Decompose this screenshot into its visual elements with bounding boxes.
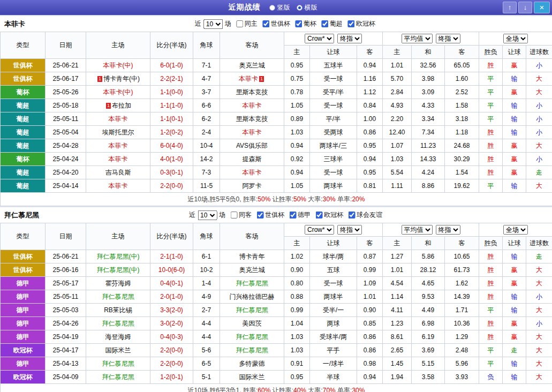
away-team-cell[interactable]: 拜仁慕尼黑	[220, 277, 284, 290]
away-team-cell[interactable]: 提森斯	[220, 153, 284, 166]
corners: 4-4	[193, 330, 220, 344]
home-team-cell[interactable]: 拜仁慕尼黑(中)	[86, 263, 150, 277]
competition-filter[interactable]: 世俱杯	[256, 210, 284, 220]
away-team-cell[interactable]: 拜仁慕尼黑	[220, 304, 284, 317]
home-team-name: 本菲卡	[109, 115, 128, 123]
competition-filter-checkbox[interactable]	[256, 212, 263, 218]
odds-source-select[interactable]: Crow*	[305, 225, 334, 235]
home-team-cell[interactable]: 海登海姆	[86, 330, 150, 344]
away-team-cell[interactable]: 奥克兰城	[220, 59, 284, 72]
odds-source-select[interactable]: Crow*	[305, 34, 334, 43]
away-team-cell[interactable]: 本菲卡	[220, 166, 284, 179]
home-team-cell[interactable]: 本菲卡(中)	[86, 59, 150, 72]
competition-filter[interactable]: 球会友谊	[348, 210, 382, 220]
home-team-cell[interactable]: 本菲卡	[86, 153, 150, 166]
competition-filter-checkbox[interactable]	[315, 212, 322, 218]
odds-handicap: 五球半	[310, 59, 357, 72]
home-team-cell[interactable]: RB莱比锡	[86, 304, 150, 317]
competition-badge: 世俱杯	[1, 263, 46, 277]
result-handicap: 赢	[503, 166, 526, 179]
home-team-cell[interactable]: 1布拉加	[86, 99, 150, 112]
home-team-cell[interactable]: 埃斯托里尔	[86, 126, 150, 139]
home-team-cell[interactable]: 吉马良斯	[86, 166, 150, 179]
same-venue-filter[interactable]: 同客	[230, 210, 252, 220]
home-team-cell[interactable]: 本菲卡(中)	[86, 86, 150, 99]
competition-filter[interactable]: 葡杯	[295, 19, 316, 28]
competition-filter-checkbox[interactable]	[347, 20, 354, 27]
home-team-cell[interactable]: 拜仁慕尼黑	[86, 290, 150, 304]
move-down-button[interactable]: ↓	[518, 2, 532, 13]
home-team-cell[interactable]: 国际米兰	[86, 344, 150, 357]
same-venue-filter-checkbox[interactable]	[236, 20, 243, 27]
away-team-cell[interactable]: 多特蒙德	[220, 357, 284, 371]
home-team-cell[interactable]: 霍芬海姆	[86, 277, 150, 290]
col-header-corner: 角球	[193, 32, 220, 59]
scope-select[interactable]: 全场	[503, 34, 528, 43]
away-team-cell[interactable]: 奥克兰城	[220, 263, 284, 277]
away-team-cell[interactable]: 拜仁慕尼黑	[220, 344, 284, 357]
competition-filter[interactable]: 世俱杯	[262, 19, 290, 28]
score: 2-2(2-1)	[150, 72, 193, 86]
match-count-select[interactable]: 10	[198, 210, 217, 220]
home-team-cell[interactable]: 本菲卡	[86, 179, 150, 193]
home-team-cell[interactable]: 本菲卡	[86, 139, 150, 153]
score: 0-3(0-1)	[150, 166, 193, 179]
home-team-cell[interactable]: 1博卡青年(中)	[86, 72, 150, 86]
competition-filter-checkbox[interactable]	[321, 20, 328, 27]
avg-draw: 28.12	[412, 263, 445, 277]
same-venue-filter[interactable]: 同主	[236, 19, 258, 28]
home-team-cell[interactable]: 本菲卡	[86, 112, 150, 126]
away-team-cell[interactable]: 阿罗卡	[220, 179, 284, 193]
layout-radio-vertical[interactable]: 竖版	[269, 3, 290, 12]
scope-select[interactable]: 全场	[503, 225, 528, 235]
away-team-name: 本菲卡	[243, 129, 262, 136]
avg-final-select[interactable]: 终指	[436, 34, 460, 43]
move-up-button[interactable]: ↑	[503, 2, 517, 13]
result-goals: 大	[526, 263, 552, 277]
competition-filter[interactable]: 欧冠杯	[315, 210, 343, 220]
avg-source-select[interactable]: 平均值	[402, 225, 433, 235]
odds-handicap: 受两球	[310, 126, 357, 139]
competition-filter-checkbox[interactable]	[348, 212, 355, 218]
layout-radio-horizontal[interactable]: 横版	[297, 3, 317, 12]
competition-filter[interactable]: 葡超	[321, 19, 343, 28]
away-team-cell[interactable]: 拜仁慕尼黑	[220, 330, 284, 344]
avg-away: 65.05	[445, 59, 479, 72]
result-goals: 小	[526, 126, 552, 139]
away-team-cell[interactable]: 门兴格拉德巴赫	[220, 290, 284, 304]
competition-filter[interactable]: 德甲	[289, 210, 311, 220]
home-team-cell[interactable]: 拜仁慕尼黑	[86, 357, 150, 371]
match-count-select[interactable]: 10	[203, 19, 223, 29]
away-team-cell[interactable]: 博卡青年	[220, 250, 284, 263]
match-row: 葡超25-05-04埃斯托里尔1-2(0-2)2-4本菲卡1.03受两球0.86…	[1, 126, 552, 139]
away-team-cell[interactable]: AVS俱乐部	[220, 139, 284, 153]
close-button[interactable]: ×	[534, 2, 550, 13]
competition-filter[interactable]: 欧冠杯	[347, 19, 375, 28]
away-team-cell[interactable]: 里斯本竞技	[220, 112, 284, 126]
away-team-cell[interactable]: 里斯本竞技	[220, 86, 284, 99]
odds-home: 1.03	[284, 344, 310, 357]
away-team-cell[interactable]: 美因茨	[220, 317, 284, 330]
odds-away: 1.16	[357, 72, 383, 86]
competition-filter-checkbox[interactable]	[262, 20, 269, 27]
same-venue-filter-checkbox[interactable]	[230, 212, 237, 218]
away-team-cell[interactable]: 本菲卡	[220, 126, 284, 139]
col-header-avg-away: 客	[445, 237, 479, 250]
home-team-cell[interactable]: 拜仁慕尼黑	[86, 317, 150, 330]
corners: 1-4	[193, 277, 220, 290]
away-team-cell[interactable]: 国际米兰	[220, 371, 284, 384]
competition-filter-checkbox[interactable]	[295, 20, 302, 27]
away-team-cell[interactable]: 本菲卡	[220, 99, 284, 112]
home-team-cell[interactable]: 拜仁慕尼黑	[86, 371, 150, 384]
competition-badge: 葡超	[1, 166, 46, 179]
home-team-name: 布拉加	[112, 102, 131, 109]
avg-final-select[interactable]: 终指	[436, 225, 460, 235]
avg-source-select[interactable]: 平均值	[402, 34, 433, 43]
home-team-name: 拜仁慕尼黑(中)	[97, 253, 140, 260]
odds-final-select[interactable]: 终指	[337, 225, 362, 235]
competition-filter-checkbox[interactable]	[289, 212, 296, 218]
away-team-cell[interactable]: 本菲卡1	[220, 72, 284, 86]
col-header-away: 客场	[220, 32, 284, 59]
odds-final-select[interactable]: 终指	[337, 34, 362, 43]
home-team-cell[interactable]: 拜仁慕尼黑(中)	[86, 250, 150, 263]
